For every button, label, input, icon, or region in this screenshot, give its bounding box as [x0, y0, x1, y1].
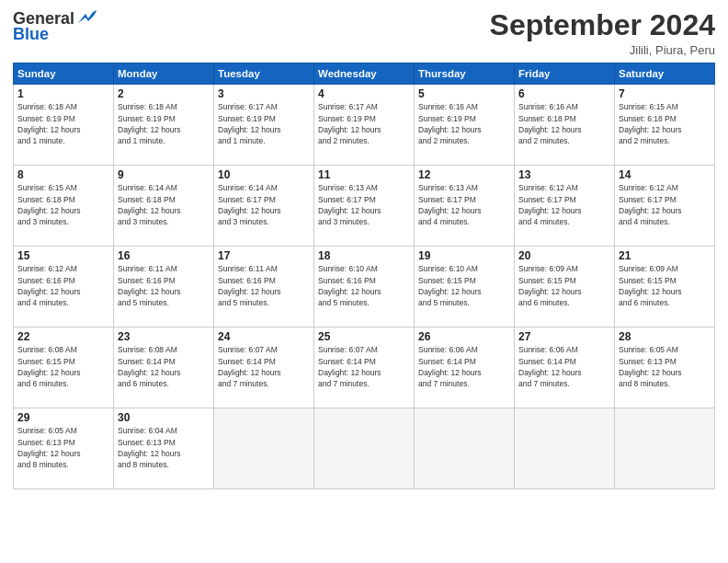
- table-row: 5Sunrise: 6:16 AM Sunset: 6:19 PM Daylig…: [415, 85, 515, 166]
- col-thursday: Thursday: [415, 63, 515, 85]
- logo: General Blue: [13, 9, 97, 44]
- logo-bird-icon: [76, 10, 97, 27]
- table-row: 14Sunrise: 6:12 AM Sunset: 6:17 PM Dayli…: [615, 166, 715, 247]
- day-number: 30: [118, 411, 210, 424]
- day-number: 14: [619, 168, 711, 181]
- col-tuesday: Tuesday: [214, 63, 314, 85]
- col-wednesday: Wednesday: [314, 63, 415, 85]
- table-row: 17Sunrise: 6:11 AM Sunset: 6:16 PM Dayli…: [214, 247, 314, 327]
- day-info: Sunrise: 6:12 AM Sunset: 6:17 PM Dayligh…: [518, 182, 610, 227]
- calendar-week-row: 22Sunrise: 6:08 AM Sunset: 6:15 PM Dayli…: [14, 327, 715, 408]
- calendar-week-row: 29Sunrise: 6:05 AM Sunset: 6:13 PM Dayli…: [14, 408, 715, 489]
- day-info: Sunrise: 6:16 AM Sunset: 6:18 PM Dayligh…: [518, 101, 610, 146]
- location-subtitle: Jilili, Piura, Peru: [490, 43, 715, 57]
- day-info: Sunrise: 6:13 AM Sunset: 6:17 PM Dayligh…: [318, 182, 410, 227]
- day-info: Sunrise: 6:15 AM Sunset: 6:18 PM Dayligh…: [619, 101, 711, 146]
- header: General Blue September 2024 Jilili, Piur…: [13, 9, 715, 57]
- day-number: 8: [17, 168, 109, 181]
- day-info: Sunrise: 6:15 AM Sunset: 6:18 PM Dayligh…: [17, 182, 109, 227]
- col-monday: Monday: [114, 63, 214, 85]
- table-row: 24Sunrise: 6:07 AM Sunset: 6:14 PM Dayli…: [214, 327, 314, 408]
- table-row: 6Sunrise: 6:16 AM Sunset: 6:18 PM Daylig…: [515, 85, 615, 166]
- day-number: 17: [218, 249, 310, 262]
- table-row: [415, 408, 515, 489]
- col-friday: Friday: [515, 63, 615, 85]
- day-info: Sunrise: 6:07 AM Sunset: 6:14 PM Dayligh…: [318, 344, 410, 389]
- table-row: 11Sunrise: 6:13 AM Sunset: 6:17 PM Dayli…: [314, 166, 415, 247]
- table-row: 21Sunrise: 6:09 AM Sunset: 6:15 PM Dayli…: [615, 247, 715, 327]
- day-number: 3: [218, 87, 310, 100]
- day-number: 27: [518, 330, 610, 343]
- table-row: 19Sunrise: 6:10 AM Sunset: 6:15 PM Dayli…: [415, 247, 515, 327]
- day-info: Sunrise: 6:18 AM Sunset: 6:19 PM Dayligh…: [17, 101, 109, 146]
- day-number: 7: [619, 87, 711, 100]
- calendar-week-row: 15Sunrise: 6:12 AM Sunset: 6:16 PM Dayli…: [14, 247, 715, 327]
- day-number: 26: [418, 330, 510, 343]
- day-number: 29: [17, 411, 109, 424]
- table-row: 16Sunrise: 6:11 AM Sunset: 6:16 PM Dayli…: [114, 247, 214, 327]
- day-number: 20: [518, 249, 610, 262]
- table-row: 15Sunrise: 6:12 AM Sunset: 6:16 PM Dayli…: [14, 247, 114, 327]
- table-row: 28Sunrise: 6:05 AM Sunset: 6:13 PM Dayli…: [615, 327, 715, 408]
- calendar-week-row: 8Sunrise: 6:15 AM Sunset: 6:18 PM Daylig…: [14, 166, 715, 247]
- table-row: 30Sunrise: 6:04 AM Sunset: 6:13 PM Dayli…: [114, 408, 214, 489]
- day-number: 5: [418, 87, 510, 100]
- day-info: Sunrise: 6:10 AM Sunset: 6:16 PM Dayligh…: [318, 263, 410, 308]
- table-row: 13Sunrise: 6:12 AM Sunset: 6:17 PM Dayli…: [515, 166, 615, 247]
- page: General Blue September 2024 Jilili, Piur…: [0, 0, 728, 563]
- day-info: Sunrise: 6:05 AM Sunset: 6:13 PM Dayligh…: [17, 425, 109, 470]
- day-number: 12: [418, 168, 510, 181]
- day-info: Sunrise: 6:09 AM Sunset: 6:15 PM Dayligh…: [518, 263, 610, 308]
- day-number: 6: [518, 87, 610, 100]
- day-number: 18: [318, 249, 410, 262]
- calendar-header-row: Sunday Monday Tuesday Wednesday Thursday…: [14, 63, 715, 85]
- day-info: Sunrise: 6:05 AM Sunset: 6:13 PM Dayligh…: [619, 344, 711, 389]
- day-info: Sunrise: 6:08 AM Sunset: 6:15 PM Dayligh…: [17, 344, 109, 389]
- day-info: Sunrise: 6:14 AM Sunset: 6:17 PM Dayligh…: [218, 182, 310, 227]
- day-info: Sunrise: 6:06 AM Sunset: 6:14 PM Dayligh…: [418, 344, 510, 389]
- day-info: Sunrise: 6:16 AM Sunset: 6:19 PM Dayligh…: [418, 101, 510, 146]
- table-row: [515, 408, 615, 489]
- day-number: 19: [418, 249, 510, 262]
- svg-marker-0: [78, 12, 95, 23]
- col-saturday: Saturday: [615, 63, 715, 85]
- table-row: 27Sunrise: 6:06 AM Sunset: 6:14 PM Dayli…: [515, 327, 615, 408]
- table-row: 25Sunrise: 6:07 AM Sunset: 6:14 PM Dayli…: [314, 327, 415, 408]
- day-number: 16: [118, 249, 210, 262]
- table-row: [214, 408, 314, 489]
- day-info: Sunrise: 6:09 AM Sunset: 6:15 PM Dayligh…: [619, 263, 711, 308]
- table-row: 7Sunrise: 6:15 AM Sunset: 6:18 PM Daylig…: [615, 85, 715, 166]
- title-block: September 2024 Jilili, Piura, Peru: [490, 9, 715, 57]
- table-row: 18Sunrise: 6:10 AM Sunset: 6:16 PM Dayli…: [314, 247, 415, 327]
- day-info: Sunrise: 6:12 AM Sunset: 6:16 PM Dayligh…: [17, 263, 109, 308]
- table-row: 10Sunrise: 6:14 AM Sunset: 6:17 PM Dayli…: [214, 166, 314, 247]
- table-row: 29Sunrise: 6:05 AM Sunset: 6:13 PM Dayli…: [14, 408, 114, 489]
- month-title: September 2024: [490, 9, 715, 41]
- table-row: 2Sunrise: 6:18 AM Sunset: 6:19 PM Daylig…: [114, 85, 214, 166]
- day-number: 2: [118, 87, 210, 100]
- day-info: Sunrise: 6:10 AM Sunset: 6:15 PM Dayligh…: [418, 263, 510, 308]
- day-info: Sunrise: 6:14 AM Sunset: 6:18 PM Dayligh…: [118, 182, 210, 227]
- table-row: 22Sunrise: 6:08 AM Sunset: 6:15 PM Dayli…: [14, 327, 114, 408]
- day-number: 24: [218, 330, 310, 343]
- day-number: 21: [619, 249, 711, 262]
- day-info: Sunrise: 6:12 AM Sunset: 6:17 PM Dayligh…: [619, 182, 711, 227]
- day-number: 25: [318, 330, 410, 343]
- table-row: 12Sunrise: 6:13 AM Sunset: 6:17 PM Dayli…: [415, 166, 515, 247]
- calendar-table: Sunday Monday Tuesday Wednesday Thursday…: [13, 63, 715, 489]
- day-info: Sunrise: 6:11 AM Sunset: 6:16 PM Dayligh…: [218, 263, 310, 308]
- day-number: 23: [118, 330, 210, 343]
- day-number: 28: [619, 330, 711, 343]
- logo-blue: Blue: [13, 25, 49, 43]
- day-info: Sunrise: 6:06 AM Sunset: 6:14 PM Dayligh…: [518, 344, 610, 389]
- table-row: 26Sunrise: 6:06 AM Sunset: 6:14 PM Dayli…: [415, 327, 515, 408]
- day-info: Sunrise: 6:13 AM Sunset: 6:17 PM Dayligh…: [418, 182, 510, 227]
- table-row: [615, 408, 715, 489]
- day-number: 13: [518, 168, 610, 181]
- day-info: Sunrise: 6:11 AM Sunset: 6:16 PM Dayligh…: [118, 263, 210, 308]
- table-row: 8Sunrise: 6:15 AM Sunset: 6:18 PM Daylig…: [14, 166, 114, 247]
- day-number: 22: [17, 330, 109, 343]
- table-row: 4Sunrise: 6:17 AM Sunset: 6:19 PM Daylig…: [314, 85, 415, 166]
- day-info: Sunrise: 6:04 AM Sunset: 6:13 PM Dayligh…: [118, 425, 210, 470]
- day-info: Sunrise: 6:17 AM Sunset: 6:19 PM Dayligh…: [318, 101, 410, 146]
